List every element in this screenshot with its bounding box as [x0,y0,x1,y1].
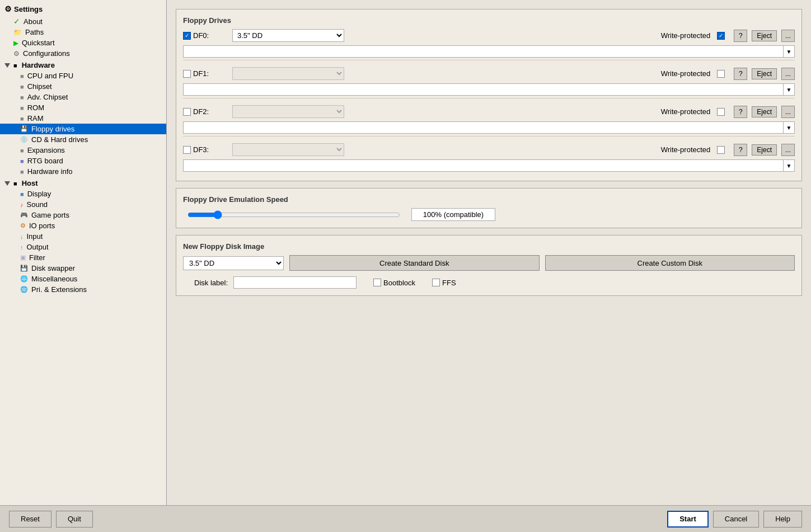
sidebar-item-expansions[interactable]: ■ Expansions [0,145,166,156]
swap-icon: 💾 [20,265,28,272]
df2-path-row: ▼ [183,121,795,134]
df2-path-dropdown[interactable]: ▼ [784,121,795,134]
sidebar-item-hardware-info[interactable]: ■ Hardware info [0,166,166,177]
df0-help-button[interactable]: ? [734,30,747,42]
drive-df3-label: DF3: [183,145,228,154]
df2-dots-button[interactable]: ... [781,106,795,118]
sidebar-item-io-ports[interactable]: ⚙ IO ports [0,220,166,231]
create-standard-disk-button[interactable]: Create Standard Disk [289,255,540,271]
drive-df2-label: DF2: [183,107,228,116]
drive-df1-container: DF1: Write-protected ? Eject ... ▼ [183,67,795,98]
df0-path-dropdown[interactable]: ▼ [784,45,795,58]
df0-path-input[interactable] [183,45,784,58]
sidebar-item-paths[interactable]: 📁 Paths [0,27,166,37]
sidebar-item-output[interactable]: ↑ Output [0,242,166,252]
disk-label-row: Disk label: Bootblock FFS [183,276,795,289]
df3-path-input[interactable] [183,159,784,172]
df3-type-select[interactable] [232,143,344,156]
sidebar: ⚙ Settings ✓ About 📁 Paths ▶ Quickstart … [0,0,167,505]
sidebar-item-cpu[interactable]: ■ CPU and FPU [0,70,166,81]
sidebar-item-pri-extensions[interactable]: 🌐 Pri. & Extensions [0,284,166,295]
new-disk-title: New Floppy Disk Image [183,242,795,251]
df1-path-dropdown[interactable]: ▼ [784,83,795,96]
df1-dots-button[interactable]: ... [781,68,795,80]
drive-df0-row: ✓ DF0: 3.5" DD 3.5" HD 5.25" DD Write-pr… [183,29,795,42]
ffs-checkbox[interactable] [432,279,440,286]
sidebar-item-input[interactable]: ↓ Input [0,231,166,242]
create-custom-disk-button[interactable]: Create Custom Disk [545,255,795,271]
df1-eject-button[interactable]: Eject [752,68,777,79]
display-icon: ■ [20,191,24,197]
sidebar-item-rom[interactable]: ■ ROM [0,102,166,113]
sidebar-item-quickstart[interactable]: ▶ Quickstart [0,37,166,48]
bootblock-checkbox[interactable] [373,279,381,286]
df1-wp-checkbox[interactable] [717,70,725,78]
speed-slider[interactable] [187,210,400,219]
adv-chipset-icon: ■ [20,94,24,101]
df0-eject-button[interactable]: Eject [752,30,777,41]
folder-icon: 📁 [13,29,22,36]
df3-help-button[interactable]: ? [734,144,747,156]
df2-eject-button[interactable]: Eject [752,106,777,117]
cancel-button[interactable]: Cancel [713,511,759,528]
ffs-label[interactable]: FFS [432,279,456,287]
df1-path-input[interactable] [183,83,784,96]
sidebar-item-configurations[interactable]: ⚙ Configurations [0,48,166,59]
expansions-icon: ■ [20,147,24,154]
df2-checkbox[interactable] [183,108,191,116]
df0-checkbox[interactable]: ✓ [183,32,191,40]
sidebar-item-rtg-board[interactable]: ■ RTG board [0,156,166,166]
df1-help-button[interactable]: ? [734,68,747,80]
quit-button[interactable]: Quit [56,511,93,528]
gear-icon: ⚙ [13,50,20,58]
sidebar-item-cd-hard[interactable]: 💿 CD & Hard drives [0,134,166,145]
filter-icon: ▣ [20,254,26,261]
sidebar-item-adv-chipset[interactable]: ■ Adv. Chipset [0,92,166,102]
df2-help-button[interactable]: ? [734,106,747,118]
drive-df0-container: ✓ DF0: 3.5" DD 3.5" HD 5.25" DD Write-pr… [183,29,795,60]
df0-type-select[interactable]: 3.5" DD 3.5" HD 5.25" DD [232,29,344,42]
sidebar-item-about[interactable]: ✓ About [0,16,166,27]
rom-icon: ■ [20,105,24,111]
sidebar-item-ram[interactable]: ■ RAM [0,113,166,124]
df0-dots-button[interactable]: ... [781,30,795,42]
new-disk-type-select[interactable]: 3.5" DD 3.5" HD 5.25" DD 5.25" HD [183,256,284,270]
input-icon: ↓ [20,233,24,240]
cpu-icon: ■ [20,73,24,79]
sidebar-item-chipset[interactable]: ■ Chipset [0,81,166,92]
bootblock-label[interactable]: Bootblock [373,279,415,287]
df1-type-select[interactable] [232,67,344,80]
sidebar-item-filter[interactable]: ▣ Filter [0,252,166,263]
df3-dots-button[interactable]: ... [781,144,795,156]
df3-eject-button[interactable]: Eject [752,144,777,156]
df0-wp-label: Write-protected [661,31,711,40]
reset-button[interactable]: Reset [9,511,51,528]
df2-type-select[interactable] [232,105,344,118]
disk-label-input[interactable] [233,276,357,289]
pri-icon: 🌐 [20,286,28,293]
main-content: Floppy Drives ✓ DF0: 3.5" DD 3.5" HD 5.2… [167,0,811,505]
floppy-drives-section: Floppy Drives ✓ DF0: 3.5" DD 3.5" HD 5.2… [176,9,802,181]
df2-wp-checkbox[interactable] [717,108,725,116]
sidebar-group-host[interactable]: ■ Host [0,177,166,189]
df3-wp-checkbox[interactable] [717,146,725,154]
df3-checkbox[interactable] [183,146,191,154]
sidebar-item-disk-swapper[interactable]: 💾 Disk swapper [0,263,166,274]
help-button[interactable]: Help [763,511,802,528]
start-button[interactable]: Start [667,511,709,528]
drive-df0-label: ✓ DF0: [183,31,228,40]
sidebar-item-sound[interactable]: ♪ Sound [0,199,166,210]
sidebar-item-game-ports[interactable]: 🎮 Game ports [0,210,166,220]
df1-checkbox[interactable] [183,70,191,78]
new-disk-row: 3.5" DD 3.5" HD 5.25" DD 5.25" HD Create… [183,255,795,271]
df1-wp-label: Write-protected [661,69,711,78]
sidebar-item-display[interactable]: ■ Display [0,189,166,199]
sidebar-item-floppy-drives[interactable]: 💾 Floppy drives [0,124,166,134]
sidebar-item-miscellaneous[interactable]: 🌐 Miscellaneous [0,274,166,284]
bottom-bar: Reset Quit Start Cancel Help [0,505,811,532]
speed-display: 100% (compatible) [411,208,495,221]
sidebar-group-hardware[interactable]: ■ Hardware [0,59,166,70]
df0-wp-checkbox[interactable]: ✓ [717,32,725,40]
df2-path-input[interactable] [183,121,784,134]
df3-path-dropdown[interactable]: ▼ [784,159,795,172]
